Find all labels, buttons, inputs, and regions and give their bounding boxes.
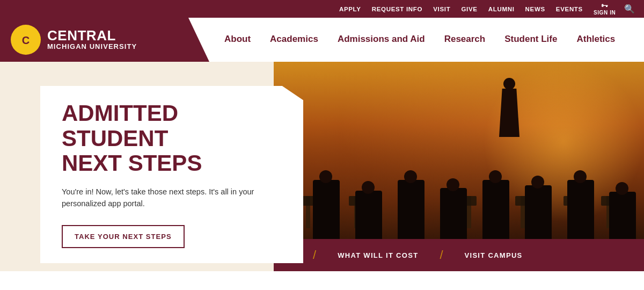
- bottom-cost-link[interactable]: WHAT WILL IT COST: [316, 251, 440, 259]
- hero-content-box: ADMITTED STUDENT NEXT STEPS You're in! N…: [40, 86, 303, 263]
- hero-section: ADMITTED STUDENT NEXT STEPS You're in! N…: [0, 62, 644, 271]
- utility-bar: APPLY REQUEST INFO VISIT GIVE ALUMNI NEW…: [0, 0, 644, 18]
- bottom-visit-link[interactable]: VISIT CAMPUS: [443, 251, 544, 259]
- nav-athletics[interactable]: Athletics: [567, 18, 625, 62]
- request-info-link[interactable]: REQUEST INFO: [372, 6, 423, 12]
- hero-heading: ADMITTED STUDENT NEXT STEPS: [62, 101, 276, 176]
- university-name-central: CENTRAL: [47, 28, 137, 42]
- search-icon[interactable]: 🔍: [624, 4, 635, 14]
- hero-body-text: You're in! Now, let's take those next st…: [62, 186, 255, 210]
- main-nav: About Academics Admissions and Aid Resea…: [209, 18, 644, 62]
- sign-in-label: SIGN IN: [594, 10, 616, 16]
- svg-text:C: C: [22, 34, 30, 46]
- university-name: CENTRAL MICHIGAN UNIVERSITY: [47, 28, 137, 52]
- nav-academics[interactable]: Academics: [260, 18, 328, 62]
- key-icon: 🗝: [601, 2, 609, 10]
- conductor-figure: [494, 78, 526, 164]
- nav-about[interactable]: About: [215, 18, 260, 62]
- events-link[interactable]: EVENTS: [556, 6, 583, 12]
- give-link[interactable]: GIVE: [461, 6, 477, 12]
- visit-link[interactable]: VISIT: [433, 6, 450, 12]
- sign-in-button[interactable]: 🗝 SIGN IN: [594, 2, 616, 16]
- hero-heading-line2: NEXT STEPS: [62, 150, 202, 176]
- university-name-michigan: MICHIGAN UNIVERSITY: [47, 42, 137, 52]
- news-link[interactable]: NEWS: [525, 6, 545, 12]
- nav-research[interactable]: Research: [435, 18, 495, 62]
- nav-student-life[interactable]: Student Life: [495, 18, 567, 62]
- hero-heading-line1: ADMITTED STUDENT: [62, 100, 178, 150]
- university-logo-icon: C: [11, 25, 41, 55]
- take-next-steps-button[interactable]: TAKE YOUR NEXT STEPS: [62, 225, 185, 248]
- apply-link[interactable]: APPLY: [339, 6, 361, 12]
- nav-admissions[interactable]: Admissions and Aid: [328, 18, 435, 62]
- logo-area[interactable]: C CENTRAL MICHIGAN UNIVERSITY: [0, 18, 209, 62]
- header: C CENTRAL MICHIGAN UNIVERSITY About Acad…: [0, 18, 644, 62]
- musicians-row: [263, 153, 644, 250]
- alumni-link[interactable]: ALUMNI: [488, 6, 515, 12]
